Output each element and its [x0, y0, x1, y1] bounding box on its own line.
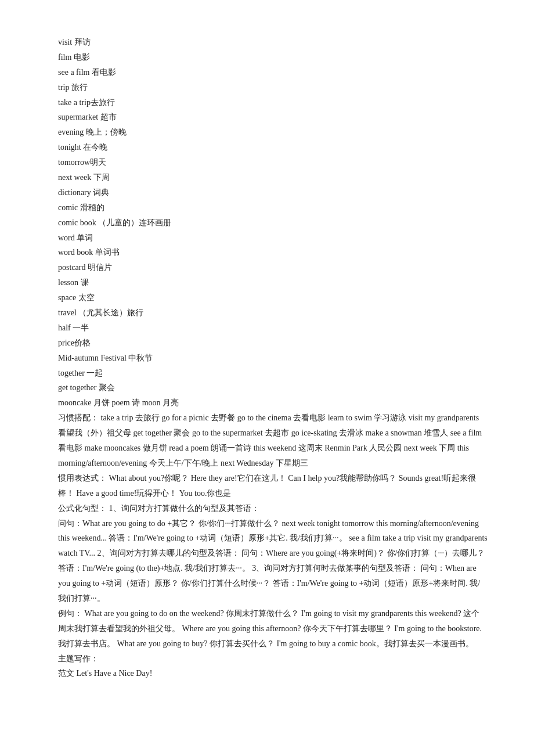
content-line-31: 主题写作： [58, 651, 488, 667]
content-line-8: tomorrow明天 [58, 155, 488, 170]
content-line-26: 惯用表达式： What about you?你呢？ Here they are!… [58, 471, 488, 501]
content-line-13: word 单词 [58, 231, 488, 246]
content-line-7: tonight 在今晚 [58, 140, 488, 155]
content-line-6: evening 晚上；傍晚 [58, 125, 488, 140]
content-line-32: 范文 Let's Have a Nice Day! [58, 666, 488, 681]
content-line-21: Mid-autumn Festival 中秋节 [58, 351, 488, 366]
content-line-20: price价格 [58, 336, 488, 351]
content-line-16: lesson 课 [58, 275, 488, 290]
content-line-24: mooncake 月饼 poem 诗 moon 月亮 [58, 395, 488, 411]
content-line-12: comic book （儿童的）连环画册 [58, 215, 488, 231]
content-line-9: next week 下周 [58, 170, 488, 185]
content-line-22: together 一起 [58, 366, 488, 381]
content-line-5: supermarket 超市 [58, 110, 488, 125]
content-line-15: postcard 明信片 [58, 260, 488, 275]
content-line-28: 问句：What are you going to do +其它？ 你/你们···… [58, 516, 488, 606]
content-line-18: travel （尤其长途）旅行 [58, 305, 488, 321]
content-line-0: visit 拜访 [58, 35, 488, 50]
content-line-3: trip 旅行 [58, 80, 488, 95]
content-line-25: 习惯搭配： take a trip 去旅行 go for a picnic 去野… [58, 411, 488, 471]
content-line-27: 公式化句型： 1、询问对方打算做什么的句型及其答语： [58, 501, 488, 516]
content-line-2: see a film 看电影 [58, 65, 488, 80]
content-line-23: get together 聚会 [58, 380, 488, 395]
content-line-4: take a trip去旅行 [58, 95, 488, 110]
content-line-19: half 一半 [58, 321, 488, 336]
content-line-17: space 太空 [58, 290, 488, 305]
page-content: visit 拜访film 电影see a film 看电影trip 旅行take… [58, 35, 488, 681]
content-line-29: 例句： What are you going to do on the week… [58, 606, 488, 651]
content-line-11: comic 滑稽的 [58, 200, 488, 215]
content-line-1: film 电影 [58, 50, 488, 65]
content-line-10: dictionary 词典 [58, 185, 488, 200]
content-line-14: word book 单词书 [58, 245, 488, 260]
